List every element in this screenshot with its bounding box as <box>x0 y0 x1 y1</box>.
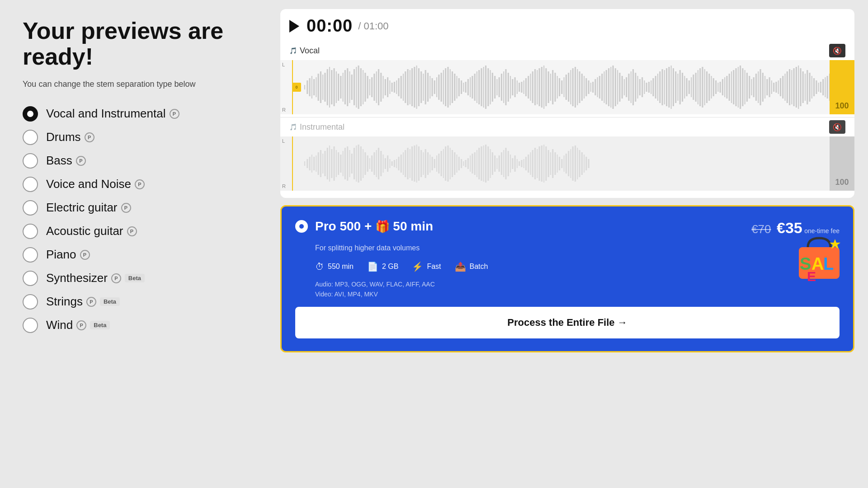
speed-icon: ⚡ <box>412 261 423 272</box>
process-button[interactable]: Process the Entire File → <box>295 307 840 338</box>
svg-rect-76 <box>474 74 476 101</box>
svg-rect-82 <box>487 68 489 106</box>
svg-rect-153 <box>646 83 647 92</box>
svg-rect-260 <box>338 152 339 175</box>
option-item-piano[interactable]: PianoP <box>23 247 249 263</box>
svg-rect-69 <box>458 78 460 96</box>
svg-rect-291 <box>407 148 408 179</box>
play-button[interactable] <box>289 20 299 33</box>
svg-rect-271 <box>363 149 363 178</box>
svg-rect-54 <box>425 70 426 104</box>
svg-rect-327 <box>487 146 489 181</box>
svg-rect-258 <box>333 146 335 181</box>
promo-radio[interactable] <box>295 220 308 233</box>
svg-rect-197 <box>745 70 745 104</box>
radio-strings[interactable] <box>23 294 38 310</box>
svg-rect-224 <box>805 74 806 101</box>
svg-rect-248 <box>311 155 312 173</box>
svg-rect-43 <box>401 76 402 99</box>
pro-badge: P <box>111 273 121 283</box>
option-item-synthesizer[interactable]: SynthesizerPBeta <box>23 271 249 286</box>
option-item-strings[interactable]: StringsPBeta <box>23 294 249 310</box>
svg-rect-280 <box>382 155 383 173</box>
svg-rect-109 <box>548 71 549 103</box>
option-item-wind[interactable]: WindPBeta <box>23 318 249 333</box>
svg-rect-133 <box>601 74 603 101</box>
svg-rect-266 <box>351 154 353 174</box>
svg-rect-207 <box>766 79 768 95</box>
svg-rect-345 <box>528 155 529 173</box>
svg-rect-366 <box>575 145 576 182</box>
option-item-vocal-instrumental[interactable]: Vocal and InstrumentalP <box>23 106 249 122</box>
option-item-drums[interactable]: DrumsP <box>23 130 249 145</box>
svg-rect-90 <box>505 69 506 105</box>
svg-rect-354 <box>548 150 549 177</box>
instrumental-volume-slider[interactable]: 100 <box>830 136 854 191</box>
radio-drums[interactable] <box>23 130 38 145</box>
svg-rect-254 <box>324 151 326 176</box>
promo-card: Pro 500 + 🎁 50 min €70 €35 one-time fee … <box>280 205 854 352</box>
svg-rect-154 <box>648 82 650 93</box>
svg-rect-2 <box>309 78 311 96</box>
vocal-volume-slider[interactable]: 100 <box>830 60 854 114</box>
svg-rect-170 <box>684 76 685 99</box>
instrumental-track: 🎵 Instrumental 🔇 L R <box>280 117 854 193</box>
option-label-electric-guitar: Electric guitarP <box>46 201 131 215</box>
svg-rect-311 <box>452 150 453 177</box>
beta-badge: Beta <box>125 274 145 282</box>
radio-piano[interactable] <box>23 247 38 263</box>
option-item-voice-noise[interactable]: Voice and NoiseP <box>23 177 249 192</box>
svg-rect-38 <box>389 80 390 94</box>
svg-rect-357 <box>554 152 556 175</box>
pro-badge: P <box>76 156 86 166</box>
svg-rect-328 <box>490 149 491 178</box>
svg-rect-312 <box>454 152 455 175</box>
svg-rect-68 <box>456 76 457 99</box>
radio-wind[interactable] <box>23 318 38 333</box>
option-item-electric-guitar[interactable]: Electric guitarP <box>23 200 249 216</box>
svg-rect-26 <box>363 70 363 104</box>
option-item-bass[interactable]: BassP <box>23 153 249 169</box>
svg-rect-89 <box>503 71 504 103</box>
current-time: 00:00 <box>307 16 353 36</box>
svg-rect-157 <box>655 76 656 99</box>
svg-rect-74 <box>470 77 471 97</box>
svg-rect-93 <box>512 79 513 95</box>
svg-rect-317 <box>465 160 467 167</box>
svg-rect-206 <box>764 76 765 99</box>
radio-voice-noise[interactable] <box>23 177 38 192</box>
instrumental-mute-button[interactable]: 🔇 <box>829 120 845 134</box>
svg-rect-84 <box>492 73 493 102</box>
option-label-drums: DrumsP <box>46 130 94 144</box>
svg-rect-174 <box>693 75 694 100</box>
option-item-acoustic-guitar[interactable]: Acoustic guitarP <box>23 224 249 239</box>
svg-rect-247 <box>309 157 311 170</box>
svg-rect-361 <box>564 155 565 172</box>
radio-vocal-instrumental[interactable] <box>23 106 38 122</box>
svg-rect-297 <box>420 150 422 177</box>
svg-rect-212 <box>778 80 779 94</box>
radio-synthesizer[interactable] <box>23 271 38 286</box>
svg-rect-332 <box>499 155 500 172</box>
svg-rect-159 <box>659 71 660 103</box>
svg-rect-215 <box>784 74 785 101</box>
radio-electric-guitar[interactable] <box>23 200 38 216</box>
svg-rect-279 <box>380 151 382 176</box>
svg-rect-188 <box>724 77 725 97</box>
svg-rect-298 <box>423 152 424 175</box>
svg-rect-230 <box>818 83 819 92</box>
svg-rect-171 <box>686 78 687 96</box>
svg-rect-321 <box>474 152 476 175</box>
svg-rect-94 <box>514 77 516 97</box>
option-label-acoustic-guitar: Acoustic guitarP <box>46 224 137 238</box>
radio-acoustic-guitar[interactable] <box>23 224 38 239</box>
svg-rect-336 <box>508 151 509 176</box>
radio-bass[interactable] <box>23 153 38 169</box>
svg-rect-264 <box>347 146 348 181</box>
svg-rect-281 <box>385 158 386 169</box>
svg-rect-91 <box>508 73 509 102</box>
svg-rect-201 <box>753 77 755 97</box>
svg-rect-144 <box>626 77 627 97</box>
vocal-mute-button[interactable]: 🔇 <box>829 44 845 57</box>
svg-rect-209 <box>771 80 772 94</box>
